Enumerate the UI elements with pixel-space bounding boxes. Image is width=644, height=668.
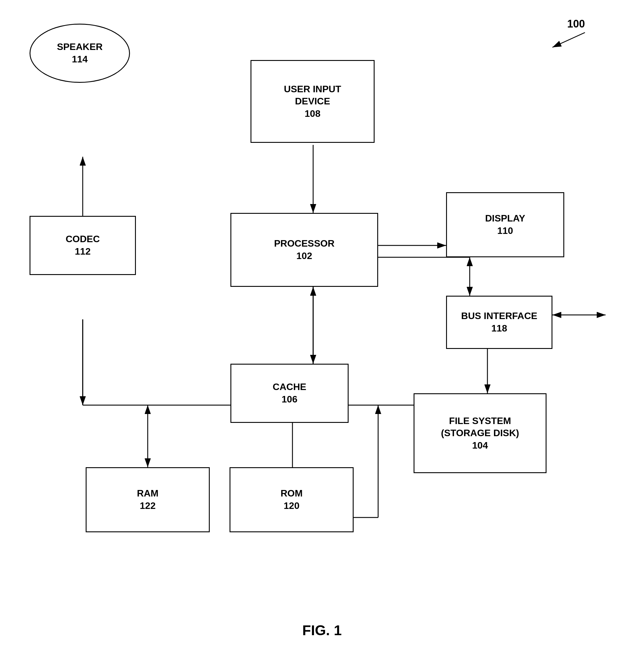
codec-number: 112 (75, 245, 90, 258)
user-input-node: USER INPUTDEVICE 108 (251, 60, 375, 143)
bus-interface-number: 118 (491, 322, 507, 335)
bus-interface-label: BUS INTERFACE (461, 310, 537, 322)
ram-node: RAM 122 (86, 467, 210, 532)
speaker-node: SPEAKER 114 (30, 24, 130, 83)
codec-node: CODEC 112 (30, 216, 136, 275)
processor-number: 102 (296, 250, 312, 262)
speaker-number: 114 (72, 53, 88, 66)
ram-label: RAM (137, 487, 159, 500)
processor-label: PROCESSOR (274, 238, 334, 250)
rom-label: ROM (281, 487, 303, 500)
display-number: 110 (497, 225, 513, 237)
file-system-node: FILE SYSTEM(STORAGE DISK) 104 (413, 393, 547, 473)
bus-interface-node: BUS INTERFACE 118 (446, 296, 552, 349)
figure-label: FIG. 1 (302, 622, 342, 638)
svg-line-4 (552, 32, 585, 47)
ram-number: 122 (140, 500, 155, 512)
processor-node: PROCESSOR 102 (231, 213, 378, 287)
file-system-number: 104 (472, 439, 488, 452)
rom-number: 120 (284, 500, 299, 512)
cache-number: 106 (282, 393, 297, 406)
file-system-label: FILE SYSTEM(STORAGE DISK) (441, 415, 519, 439)
cache-label: CACHE (273, 381, 307, 393)
user-input-number: 108 (304, 108, 320, 120)
reference-100: 100 (567, 18, 585, 30)
display-label: DISPLAY (485, 212, 525, 225)
speaker-label: SPEAKER (57, 41, 103, 53)
display-node: DISPLAY 110 (446, 192, 564, 257)
rom-node: ROM 120 (230, 467, 354, 532)
diagram: 100 (0, 0, 644, 668)
user-input-label: USER INPUTDEVICE (284, 83, 341, 108)
codec-label: CODEC (66, 233, 100, 245)
cache-node: CACHE 106 (231, 364, 349, 423)
